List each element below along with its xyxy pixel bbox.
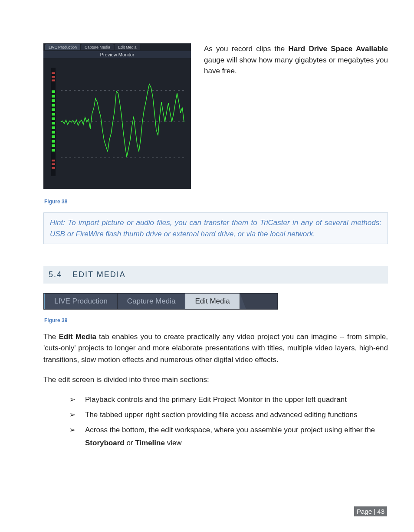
tabs-screenshot: LIVE Production Capture Media Edit Media	[43, 293, 278, 310]
paragraph-edit-media: The Edit Media tab enables you to create…	[43, 331, 388, 366]
section-bullets: Playback controls and the primary Edit P…	[69, 393, 388, 450]
waveform-chart	[43, 58, 191, 189]
svg-rect-10	[52, 131, 55, 134]
svg-rect-19	[52, 163, 55, 165]
svg-rect-11	[52, 135, 55, 138]
svg-rect-5	[52, 108, 55, 111]
svg-rect-3	[52, 99, 55, 102]
hard-drive-description: As you record clips the Hard Drive Space…	[204, 43, 388, 77]
p1-a: The	[43, 333, 59, 341]
svg-rect-20	[52, 167, 55, 169]
figure-39-caption: Figure 39	[44, 317, 388, 323]
section-title: EDIT MEDIA	[72, 270, 126, 279]
b3b: Storyboard	[85, 439, 125, 447]
section-heading: 5.4 EDIT MEDIA	[43, 266, 388, 284]
mini-tab-edit: Edit Media	[115, 44, 140, 50]
b3a: Across the bottom, the edit workspace, w…	[85, 426, 375, 434]
vu-meter	[51, 68, 56, 176]
tab-live-production: LIVE Production	[44, 294, 118, 309]
hint-box: Hint: To import picture or audio files, …	[43, 212, 388, 244]
svg-rect-1	[52, 90, 55, 93]
svg-rect-6	[52, 113, 55, 115]
bullet-1: Playback controls and the primary Edit P…	[69, 393, 388, 407]
b3c: or	[125, 439, 135, 447]
mini-tabs: LIVE Production Capture Media Edit Media	[43, 43, 191, 51]
svg-rect-15	[52, 72, 55, 74]
tab-capture-media: Capture Media	[118, 294, 186, 309]
bullet-2: The tabbed upper right section providing…	[69, 408, 388, 422]
mini-tab-live: LIVE Production	[45, 44, 80, 50]
paragraph-sections-intro: The edit screen is divided into three ma…	[43, 374, 388, 385]
mini-tab-capture: Capture Media	[81, 44, 114, 50]
svg-rect-17	[52, 79, 55, 81]
svg-rect-18	[52, 160, 55, 161]
descr-bold: Hard Drive Space Available	[288, 45, 388, 53]
svg-rect-4	[52, 104, 55, 106]
svg-rect-12	[52, 140, 55, 143]
p1-b: Edit Media	[59, 333, 96, 341]
svg-rect-14	[52, 149, 55, 151]
svg-rect-7	[52, 117, 55, 120]
svg-rect-8	[52, 122, 55, 124]
svg-rect-16	[52, 76, 55, 78]
section-number: 5.4	[49, 270, 62, 279]
descr-pre: As you record clips the	[204, 45, 288, 53]
preview-title: Preview Monitor	[43, 51, 191, 58]
tab-edit-media: Edit Media	[185, 294, 240, 309]
descr-post: gauge will show how many gigabytes or me…	[204, 56, 388, 75]
bullet-3: Across the bottom, the edit workspace, w…	[69, 424, 388, 450]
svg-rect-2	[52, 95, 55, 98]
tab-cut	[240, 294, 246, 309]
figure-38-caption: Figure 38	[44, 199, 388, 205]
page-footer: Page | 43	[354, 506, 387, 516]
svg-rect-9	[52, 126, 55, 129]
preview-monitor-screenshot: LIVE Production Capture Media Edit Media…	[43, 43, 191, 189]
b3d: Timeline	[135, 439, 165, 447]
b3e: view	[165, 439, 182, 447]
svg-rect-13	[52, 144, 55, 147]
